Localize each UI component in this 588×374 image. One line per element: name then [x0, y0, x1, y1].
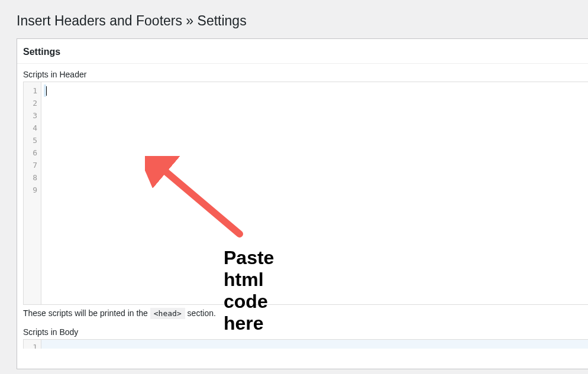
header-scripts-editor[interactable]: 1 2 3 4 5 6 7 8 9: [23, 82, 588, 305]
line-number: 7: [24, 159, 37, 171]
header-code-area[interactable]: [41, 82, 588, 304]
body-code-area[interactable]: [41, 340, 588, 349]
line-number: 3: [24, 109, 37, 122]
active-line: [44, 84, 586, 97]
line-number: 6: [24, 147, 37, 159]
header-scripts-section: Scripts in Header 1 2 3 4 5 6 7 8 9 T: [17, 64, 588, 318]
settings-panel: Settings Scripts in Header 1 2 3 4 5 6 7…: [17, 38, 588, 369]
line-number: 8: [24, 171, 37, 184]
body-scripts-label: Scripts in Body: [23, 327, 588, 337]
header-scripts-label: Scripts in Header: [23, 70, 588, 79]
body-scripts-editor[interactable]: 1: [23, 339, 588, 349]
body-scripts-section: Scripts in Body 1: [17, 318, 588, 349]
line-number: 1: [24, 84, 37, 97]
help-code: <head>: [150, 308, 185, 319]
text-cursor: [46, 86, 47, 96]
panel-heading: Settings: [17, 39, 588, 64]
line-number: 9: [24, 184, 37, 196]
body-gutter: 1: [24, 340, 41, 349]
header-help-text: These scripts will be printed in the <he…: [23, 305, 588, 318]
page-title: Insert Headers and Footers » Settings: [0, 0, 588, 38]
header-gutter: 1 2 3 4 5 6 7 8 9: [24, 82, 41, 304]
help-suffix: section.: [185, 308, 216, 318]
line-number: 2: [24, 97, 37, 109]
help-prefix: These scripts will be printed in the: [23, 308, 150, 318]
line-number: 5: [24, 134, 37, 147]
line-number: 1: [24, 341, 37, 349]
line-number: 4: [24, 122, 37, 134]
